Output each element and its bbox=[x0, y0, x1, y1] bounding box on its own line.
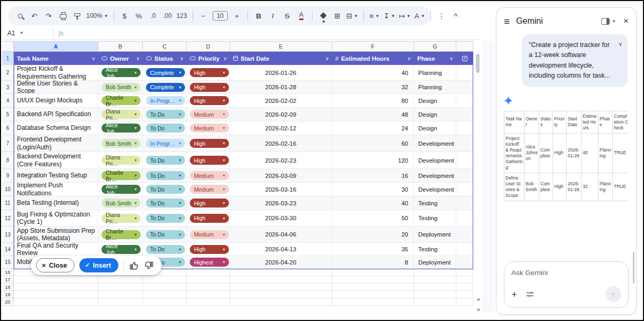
owner-cell[interactable]: Alice Joh…▼ bbox=[98, 121, 143, 135]
phase-cell[interactable]: Development bbox=[414, 152, 456, 169]
empty-cell[interactable] bbox=[187, 269, 230, 276]
row-number-4[interactable]: 4 bbox=[2, 94, 14, 108]
phase-cell[interactable]: Development bbox=[414, 183, 456, 196]
start-date-cell[interactable]: 2026-04-20 bbox=[230, 256, 332, 269]
row-number-13[interactable]: 13 bbox=[2, 226, 14, 243]
status-chip[interactable]: To Do▼ bbox=[146, 156, 185, 165]
row-number-15[interactable]: 15 bbox=[2, 256, 14, 269]
phase-cell[interactable]: Testing bbox=[414, 196, 456, 210]
expand-prompt-icon[interactable]: ∨ bbox=[619, 40, 622, 49]
owner-cell[interactable]: Bob Smith▼ bbox=[98, 196, 143, 210]
header-cell-estimated-hours[interactable]: #Estimated Hours∨ bbox=[332, 52, 414, 65]
owner-cell[interactable]: Charlie Br…▼ bbox=[98, 169, 143, 183]
completion-cell[interactable] bbox=[456, 210, 473, 226]
status-cell[interactable]: To Do▼ bbox=[143, 152, 187, 169]
status-cell[interactable]: To Do▼ bbox=[143, 108, 187, 121]
status-chip[interactable]: Complete▼ bbox=[146, 68, 185, 77]
scroll-up-icon[interactable] bbox=[476, 298, 481, 300]
owner-chip[interactable]: Bob Smith▼ bbox=[102, 139, 141, 148]
collapse-toolbar-icon[interactable]: ^ bbox=[450, 10, 461, 22]
owner-cell[interactable]: Alice Joh…▼ bbox=[98, 65, 143, 81]
owner-chip[interactable]: Diana Pri…▼ bbox=[102, 156, 141, 165]
header-cell-owner[interactable]: Owner∨ bbox=[98, 52, 143, 65]
row-number-17[interactable]: 17 bbox=[2, 276, 14, 284]
empty-cell[interactable] bbox=[456, 298, 473, 306]
priority-cell[interactable]: High▼ bbox=[187, 210, 230, 226]
search-icon[interactable] bbox=[15, 10, 25, 22]
start-date-cell[interactable]: 2026-02-12 bbox=[230, 121, 332, 135]
row-number-8[interactable]: 8 bbox=[2, 152, 14, 169]
column-letter-D[interactable]: D bbox=[187, 41, 230, 52]
priority-chip[interactable]: High▼ bbox=[190, 245, 229, 254]
increase-decimals-icon[interactable]: .00 bbox=[162, 10, 173, 22]
status-cell[interactable]: In Progr…▼ bbox=[143, 135, 187, 152]
status-cell[interactable]: To Do▼ bbox=[143, 169, 187, 183]
owner-cell[interactable]: Diana Pri…▼ bbox=[98, 152, 143, 169]
header-cell-task-name[interactable]: Task Name∨ bbox=[14, 52, 98, 65]
owner-chip[interactable]: Diana Pri…▼ bbox=[102, 214, 141, 223]
status-cell[interactable]: Complete▼ bbox=[143, 81, 187, 94]
priority-cell[interactable]: High▼ bbox=[187, 243, 230, 256]
priority-chip[interactable]: Medium▼ bbox=[190, 171, 229, 180]
empty-cell[interactable] bbox=[414, 291, 456, 298]
owner-cell[interactable]: Charlie Br…▼ bbox=[98, 94, 143, 108]
empty-cell[interactable] bbox=[98, 298, 143, 306]
column-letter-G[interactable]: G bbox=[414, 41, 456, 52]
completion-cell[interactable] bbox=[456, 135, 473, 152]
empty-cell[interactable] bbox=[187, 298, 230, 306]
strikethrough-icon[interactable]: S bbox=[282, 10, 292, 22]
priority-cell[interactable]: High▼ bbox=[187, 196, 230, 210]
empty-cell[interactable] bbox=[98, 284, 143, 291]
merge-cells-icon[interactable]: ⊟▼ bbox=[346, 10, 358, 22]
start-date-cell[interactable]: 2026-02-16 bbox=[230, 135, 332, 152]
text-wrap-icon[interactable]: ↦▼ bbox=[399, 10, 410, 22]
status-cell[interactable]: In Progr…▼ bbox=[143, 94, 187, 108]
insert-button[interactable]: ✓ Insert bbox=[79, 258, 118, 272]
filter-chevron-icon[interactable]: ∨ bbox=[180, 56, 183, 61]
filter-chevron-icon[interactable]: ∨ bbox=[449, 56, 453, 61]
start-date-cell[interactable]: 2026-03-30 bbox=[230, 210, 332, 226]
start-date-cell[interactable]: 2026-02-02 bbox=[230, 94, 332, 108]
completion-cell[interactable] bbox=[456, 226, 473, 243]
status-chip[interactable]: To Do▼ bbox=[146, 124, 185, 133]
empty-cell[interactable] bbox=[332, 284, 414, 291]
priority-cell[interactable]: Medium▼ bbox=[187, 169, 230, 183]
font-size-decrease-icon[interactable]: − bbox=[198, 10, 209, 22]
task-cell[interactable]: UI/UX Design Mockups bbox=[14, 94, 98, 108]
tune-icon[interactable] bbox=[526, 290, 535, 299]
priority-chip[interactable]: Medium▼ bbox=[190, 110, 229, 119]
completion-cell[interactable] bbox=[456, 243, 473, 256]
empty-cell[interactable] bbox=[187, 276, 230, 284]
print-icon[interactable] bbox=[58, 10, 68, 22]
menu-icon[interactable]: ≡ bbox=[504, 16, 510, 26]
completion-cell[interactable] bbox=[456, 81, 473, 94]
empty-cell[interactable] bbox=[143, 276, 187, 284]
owner-chip[interactable]: Alice Joh…▼ bbox=[102, 124, 141, 133]
empty-cell[interactable] bbox=[143, 291, 187, 298]
priority-chip[interactable]: Medium▼ bbox=[190, 185, 229, 194]
priority-cell[interactable]: Medium▼ bbox=[187, 108, 230, 121]
empty-cell[interactable] bbox=[98, 291, 143, 298]
italic-icon[interactable]: I bbox=[268, 10, 278, 22]
task-cell[interactable]: Beta Testing (Internal) bbox=[14, 196, 98, 210]
start-date-cell[interactable]: 2026-02-09 bbox=[230, 108, 332, 121]
estimated-hours-cell[interactable]: 50 bbox=[332, 210, 414, 226]
status-chip[interactable]: To Do▼ bbox=[146, 230, 185, 239]
status-chip[interactable]: To Do▼ bbox=[146, 245, 185, 254]
row-number-14[interactable]: 14 bbox=[2, 243, 14, 256]
completion-cell[interactable] bbox=[456, 108, 473, 121]
undo-icon[interactable]: ↶ bbox=[29, 10, 40, 22]
start-date-cell[interactable]: 2026-01-28 bbox=[230, 81, 332, 94]
row-number-1[interactable]: 1 bbox=[2, 52, 14, 65]
completion-cell[interactable] bbox=[456, 183, 473, 196]
column-letter-C[interactable]: C bbox=[143, 41, 187, 52]
estimated-hours-cell[interactable]: 30 bbox=[332, 183, 414, 196]
row-number-18[interactable]: 18 bbox=[2, 284, 14, 291]
text-rotation-icon[interactable]: A▼ bbox=[415, 10, 425, 22]
status-chip[interactable]: In Progr…▼ bbox=[146, 96, 185, 105]
add-icon[interactable]: + bbox=[511, 289, 517, 299]
estimated-hours-cell[interactable]: 40 bbox=[332, 65, 414, 81]
completion-cell[interactable] bbox=[456, 256, 473, 269]
header-cell-status[interactable]: Status∨ bbox=[143, 52, 187, 65]
status-chip[interactable]: In Progr…▼ bbox=[146, 139, 185, 148]
